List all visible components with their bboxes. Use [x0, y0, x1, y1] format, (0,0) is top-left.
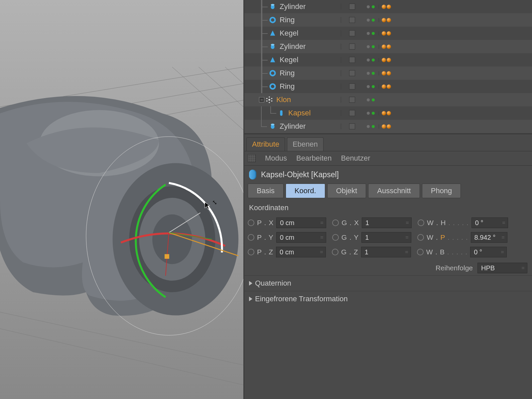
svg-point-20 [271, 4, 275, 6]
phong-tag-icon[interactable] [387, 71, 391, 75]
phong-tag-icon[interactable] [387, 124, 391, 129]
anim-radio[interactable] [332, 219, 339, 226]
object-row[interactable]: Zylinder [244, 0, 532, 13]
input-gy[interactable]: 1 [361, 232, 411, 243]
phong-tag-icon[interactable] [387, 58, 391, 62]
cloner-icon [266, 96, 273, 103]
menu-modus[interactable]: Modus [265, 154, 287, 163]
input-wh[interactable]: 0 ° [471, 217, 508, 228]
layer-swatch[interactable] [349, 4, 355, 10]
phong-tag-icon[interactable] [387, 18, 391, 22]
order-select[interactable]: HPB [477, 263, 527, 273]
phong-tag-icon[interactable] [387, 31, 391, 36]
phong-tag-icon[interactable] [382, 18, 386, 22]
anim-radio[interactable] [332, 249, 338, 255]
svg-point-31 [266, 100, 268, 102]
anim-radio[interactable] [418, 219, 424, 226]
phong-tag-icon[interactable] [387, 84, 391, 89]
ring-icon [269, 69, 276, 77]
tab-objekt[interactable]: Objekt [327, 184, 366, 198]
disclosure-icon [249, 281, 252, 286]
label-px: P . X [257, 219, 274, 227]
label-wh: W . H . . . . . [427, 219, 469, 227]
object-row[interactable]: Kegel [244, 53, 532, 66]
svg-point-30 [269, 102, 270, 103]
object-label: Kegel [280, 56, 298, 64]
label-wp: W . P . . . . . [427, 233, 468, 241]
cylinder-icon [269, 3, 276, 10]
cone-icon [269, 30, 276, 37]
phong-tag-icon[interactable] [382, 58, 386, 62]
tab-phong[interactable]: Phong [422, 184, 461, 198]
layer-swatch[interactable] [349, 17, 355, 23]
object-row[interactable]: Zylinder [244, 40, 532, 53]
tab-ausschnitt[interactable]: Ausschnitt [368, 184, 420, 198]
object-row[interactable]: Kegel [244, 27, 532, 40]
phong-tag-icon[interactable] [382, 45, 386, 49]
object-label: Ring [280, 82, 295, 91]
anim-radio[interactable] [248, 219, 254, 226]
label-wb: W . B . . . . . [426, 248, 468, 256]
phong-tag-icon[interactable] [382, 84, 386, 89]
object-manager[interactable]: Zylinder Ring [244, 0, 532, 133]
edit-dot[interactable] [367, 5, 370, 8]
input-wb[interactable]: 0 ° [470, 247, 507, 257]
fold-label: Eingefrorene Transformation [255, 295, 348, 303]
object-row[interactable]: Zylinder [244, 120, 532, 133]
input-px[interactable]: 0 cm [276, 217, 326, 228]
phong-tag-icon[interactable] [387, 45, 391, 49]
tab-ebenen[interactable]: Ebenen [287, 137, 324, 151]
menu-bearbeiten[interactable]: Bearbeiten [296, 154, 332, 163]
object-label: Zylinder [280, 122, 306, 131]
fold-quaternion[interactable]: Quaternion [244, 275, 532, 291]
render-dot[interactable] [372, 5, 375, 8]
phong-tag-icon[interactable] [387, 111, 391, 115]
phong-tag-icon[interactable] [387, 5, 391, 9]
tab-basis[interactable]: Basis [248, 184, 284, 198]
input-py[interactable]: 0 cm [276, 232, 326, 243]
object-label: Kegel [280, 29, 298, 38]
fold-frozen-transform[interactable]: Eingefrorene Transformation [244, 291, 532, 307]
object-row[interactable]: Kapsel [244, 106, 532, 120]
collapse-button[interactable]: − [259, 97, 264, 102]
tab-koord[interactable]: Koord. [286, 184, 325, 198]
viewport[interactable]: ⤡ [0, 0, 244, 399]
object-row[interactable]: Ring [244, 80, 532, 93]
anim-radio[interactable] [417, 249, 424, 255]
object-row[interactable]: Ring [244, 66, 532, 80]
attribute-menu-bar: Modus Bearbeiten Benutzer [244, 151, 532, 166]
phong-tag-icon[interactable] [382, 111, 386, 115]
viewport-3d [0, 0, 243, 399]
svg-point-25 [270, 84, 275, 89]
input-gz[interactable]: 1 [361, 247, 411, 257]
anim-radio[interactable] [248, 249, 254, 255]
label-py: P . Y [257, 233, 274, 241]
anim-radio[interactable] [248, 234, 254, 241]
svg-point-21 [270, 18, 275, 23]
cylinder-icon [269, 123, 276, 130]
anim-radio[interactable] [332, 234, 339, 241]
input-gx[interactable]: 1 [362, 217, 412, 228]
object-row[interactable]: Ring [244, 13, 532, 27]
object-row[interactable]: − Klon [244, 93, 532, 106]
input-pz[interactable]: 0 cm [276, 247, 326, 257]
label-gx: G . X [341, 219, 359, 227]
phong-tag-icon[interactable] [382, 124, 386, 129]
fold-label: Quaternion [255, 279, 291, 288]
label-gz: G . Z [341, 248, 358, 256]
input-wp[interactable]: 8.942 ° [471, 232, 507, 243]
lock-grid-icon[interactable] [248, 154, 256, 162]
svg-line-4 [0, 312, 243, 365]
svg-point-32 [266, 98, 268, 99]
menu-benutzer[interactable]: Benutzer [341, 154, 370, 163]
phong-tag-icon[interactable] [382, 31, 386, 36]
object-header: Kapsel-Objekt [Kapsel] [261, 170, 339, 179]
phong-tag-icon[interactable] [382, 71, 386, 75]
object-label: Zylinder [280, 42, 306, 51]
svg-point-35 [271, 124, 275, 126]
tab-attribute[interactable]: Attribute [246, 137, 285, 151]
svg-line-6 [199, 67, 243, 107]
phong-tag-icon[interactable] [382, 5, 386, 9]
anim-radio[interactable] [417, 234, 424, 241]
order-label: Reihenfolge [436, 264, 473, 272]
